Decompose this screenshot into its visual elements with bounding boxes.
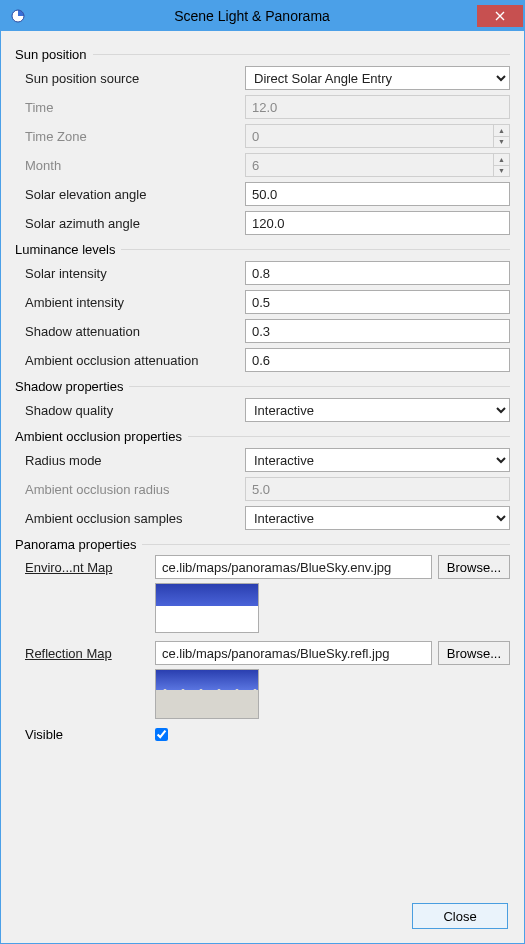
ao-attenuation-input[interactable] [245, 348, 510, 372]
label-shadow-attenuation: Shadow attenuation [25, 324, 245, 339]
dialog-body: Sun position Sun position source Direct … [1, 31, 524, 943]
group-title-luminance: Luminance levels [15, 242, 121, 257]
group-title-ao: Ambient occlusion properties [15, 429, 188, 444]
reflection-map-input[interactable] [155, 641, 432, 665]
label-visible: Visible [25, 727, 155, 742]
label-ao-attenuation: Ambient occlusion attenuation [25, 353, 245, 368]
titlebar[interactable]: Scene Light & Panorama [1, 1, 524, 31]
label-environment-map[interactable]: Enviro...nt Map [25, 560, 155, 575]
close-dialog-button[interactable]: Close [412, 903, 508, 929]
timezone-spinner: ▲▼ [493, 125, 509, 147]
label-radius-mode: Radius mode [25, 453, 245, 468]
solar-elevation-input[interactable] [245, 182, 510, 206]
group-sun-position: Sun position Sun position source Direct … [15, 47, 510, 236]
footer: Close [412, 903, 508, 929]
label-solar-azimuth: Solar azimuth angle [25, 216, 245, 231]
solar-intensity-input[interactable] [245, 261, 510, 285]
group-panorama: Panorama properties Enviro...nt Map Brow… [15, 537, 510, 742]
window-title: Scene Light & Panorama [27, 8, 477, 24]
environment-map-browse-button[interactable]: Browse... [438, 555, 510, 579]
dialog-window: Scene Light & Panorama Sun position Sun … [0, 0, 525, 944]
label-reflection-map[interactable]: Reflection Map [25, 646, 155, 661]
environment-map-input[interactable] [155, 555, 432, 579]
timezone-input [245, 124, 510, 148]
label-time: Time [25, 100, 245, 115]
label-shadow-quality: Shadow quality [25, 403, 245, 418]
label-sun-source: Sun position source [25, 71, 245, 86]
sun-source-select[interactable]: Direct Solar Angle Entry [245, 66, 510, 90]
label-solar-elevation: Solar elevation angle [25, 187, 245, 202]
group-ao: Ambient occlusion properties Radius mode… [15, 429, 510, 531]
ao-samples-select[interactable]: Interactive [245, 506, 510, 530]
label-ao-samples: Ambient occlusion samples [25, 511, 245, 526]
shadow-quality-select[interactable]: Interactive [245, 398, 510, 422]
label-timezone: Time Zone [25, 129, 245, 144]
label-ao-radius: Ambient occlusion radius [25, 482, 245, 497]
time-input [245, 95, 510, 119]
ao-radius-input [245, 477, 510, 501]
chevron-up-icon: ▲ [493, 125, 509, 137]
reflection-map-preview [155, 669, 259, 719]
chevron-down-icon: ▼ [493, 166, 509, 177]
label-ambient-intensity: Ambient intensity [25, 295, 245, 310]
shadow-attenuation-input[interactable] [245, 319, 510, 343]
group-shadow: Shadow properties Shadow qualityInteract… [15, 379, 510, 423]
chevron-up-icon: ▲ [493, 154, 509, 166]
reflection-map-browse-button[interactable]: Browse... [438, 641, 510, 665]
radius-mode-select[interactable]: Interactive [245, 448, 510, 472]
app-icon [9, 7, 27, 25]
month-input [245, 153, 510, 177]
close-icon [495, 9, 505, 24]
solar-azimuth-input[interactable] [245, 211, 510, 235]
ambient-intensity-input[interactable] [245, 290, 510, 314]
group-title-shadow: Shadow properties [15, 379, 129, 394]
close-button[interactable] [477, 5, 523, 27]
visible-checkbox[interactable] [155, 728, 168, 741]
label-month: Month [25, 158, 245, 173]
month-spinner: ▲▼ [493, 154, 509, 176]
environment-map-preview [155, 583, 259, 633]
chevron-down-icon: ▼ [493, 137, 509, 148]
group-title-sunpos: Sun position [15, 47, 93, 62]
group-luminance: Luminance levels Solar intensity Ambient… [15, 242, 510, 373]
label-solar-intensity: Solar intensity [25, 266, 245, 281]
group-title-panorama: Panorama properties [15, 537, 142, 552]
